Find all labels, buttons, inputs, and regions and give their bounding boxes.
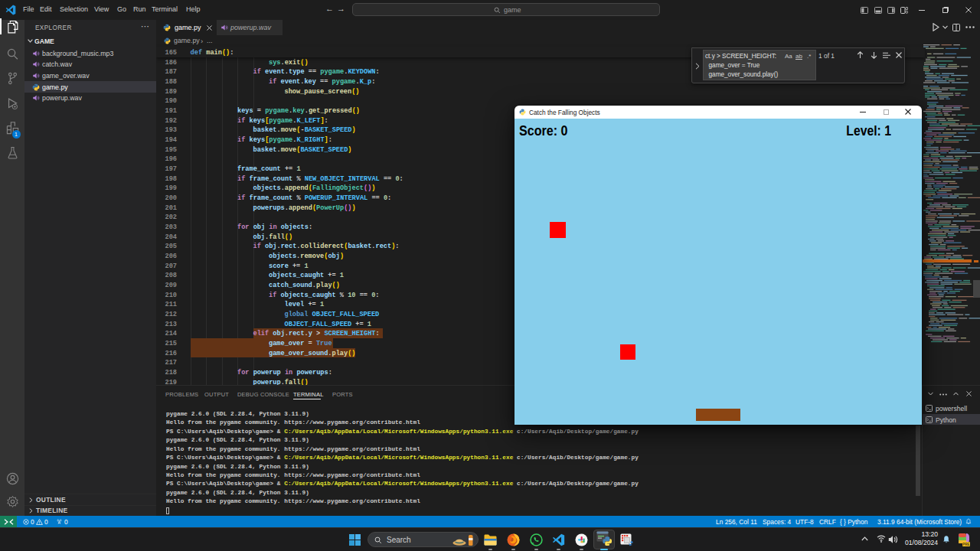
- svg-text:PRE: PRE: [962, 543, 969, 546]
